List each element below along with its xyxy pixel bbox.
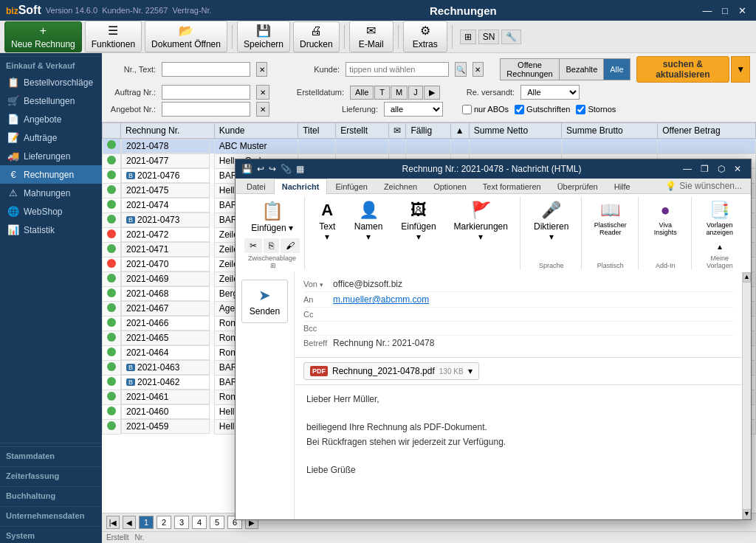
angebot-nr-clear-button[interactable]: ✕ [256, 102, 269, 117]
search-update-button[interactable]: suchen & aktualisieren [636, 56, 730, 83]
search-expand-button[interactable]: ▼ [731, 56, 750, 83]
page-4-button[interactable]: 4 [192, 516, 207, 529]
einfuegen-media-button[interactable]: 🖼 Einfügen ▾ [394, 197, 444, 246]
date-next-button[interactable]: ▶ [424, 86, 440, 100]
col-netto[interactable]: Summe Netto [469, 123, 561, 139]
ribbon-tab-optionen[interactable]: Optionen [425, 179, 475, 194]
diktieren-button[interactable]: 🎤 Diktieren ▾ [526, 197, 577, 246]
extra-btn1[interactable]: 🔧 [501, 30, 521, 44]
email-body-text[interactable]: Lieber Herr Müller, beiliegend Ihre Rech… [295, 385, 742, 519]
nr-text-input[interactable] [162, 62, 250, 77]
ribbon-tab-ueberpruefen[interactable]: Überprüfen [549, 179, 606, 194]
alle-button[interactable]: Alle [603, 58, 630, 80]
date-t-button[interactable]: T [374, 86, 390, 100]
page-1-button[interactable]: 1 [139, 516, 154, 529]
col-mail[interactable]: ✉ [389, 123, 406, 139]
col-erstellt[interactable]: Erstellt [336, 123, 389, 139]
plastischer-reader-button[interactable]: 📖 PlastischerReader [589, 197, 632, 240]
prev-page-button[interactable]: ◀ [123, 516, 136, 529]
ribbon-tab-hilfe[interactable]: Hilfe [606, 179, 639, 194]
sidebar-item-statistik[interactable]: 📊 Statistik [0, 221, 102, 239]
scroll-up-button[interactable]: ▲ [743, 272, 751, 283]
nur-abos-checkbox[interactable]: nur ABOs [462, 105, 509, 114]
col-titel[interactable]: Titel [298, 123, 336, 139]
vorlagen-anzeigen-button[interactable]: 📑 Vorlagenanzeigen [701, 197, 739, 240]
sn-button[interactable]: SN [478, 30, 500, 44]
minimize-button[interactable]: — [700, 5, 715, 16]
page-2-button[interactable]: 2 [157, 516, 171, 529]
email-close-button[interactable]: ✕ [730, 162, 745, 176]
lieferung-select[interactable]: alle [384, 102, 443, 117]
funktionen-button[interactable]: ☰ Funktionen [85, 21, 142, 52]
text-button[interactable]: A Text ▾ [311, 197, 343, 246]
format-painter-button[interactable]: 🖌 [281, 238, 300, 253]
kunde-search-button[interactable]: 🔍 [455, 62, 466, 77]
table-row[interactable]: 2021-0478 ABC Muster [103, 139, 756, 154]
sidebar-item-auftraege[interactable]: 📝 Aufträge [0, 128, 102, 147]
markierungen-button[interactable]: 🚩 Markierungen ▾ [447, 197, 515, 246]
date-m-button[interactable]: M [391, 86, 408, 100]
first-page-button[interactable]: |◀ [106, 516, 120, 529]
sidebar-item-mahnungen[interactable]: ⚠ Mahnungen [0, 184, 102, 202]
email-minimize-button[interactable]: — [679, 162, 695, 176]
sidebar-item-bestellungen[interactable]: 🛒 Bestellungen [0, 91, 102, 110]
date-j-button[interactable]: J [408, 86, 423, 100]
maximize-button[interactable]: □ [718, 5, 732, 16]
drucken-button[interactable]: 🖨 Drucken [293, 21, 340, 52]
angebot-nr-input[interactable] [162, 102, 250, 117]
sidebar-item-bestellvorschlaege[interactable]: 📋 Bestellvorschläge [0, 73, 102, 91]
sidebar-item-lieferungen[interactable]: 🚚 Lieferungen [0, 147, 102, 165]
page-5-button[interactable]: 5 [210, 516, 224, 529]
einfuegen-big-button[interactable]: 📋 Einfügen ▾ [246, 197, 298, 237]
ribbon-tab-einfuegen[interactable]: Einfügen [327, 179, 375, 194]
sidebar-section-system[interactable]: System [0, 526, 102, 543]
gutschriften-checkbox[interactable]: Gutschriften [515, 105, 570, 114]
ribbon-tab-text-formatieren[interactable]: Text formatieren [475, 179, 549, 194]
auftrag-nr-input[interactable] [162, 85, 250, 100]
sidebar-section-zeiterfassung[interactable]: Zeiterfassung [0, 466, 102, 483]
vorlagen-collapse-button[interactable]: ▲ [716, 243, 724, 251]
neue-rechnung-button[interactable]: + Neue Rechnung [4, 21, 82, 52]
col-kunde[interactable]: Kunde [214, 123, 298, 139]
email-restore-button[interactable]: ❐ [697, 162, 712, 176]
col-offen[interactable]: Offener Betrag [658, 123, 756, 139]
email-button[interactable]: ✉ E-Mail [349, 21, 394, 52]
col-brutto[interactable]: Summe Brutto [562, 123, 658, 139]
email-popout-button[interactable]: ⬡ [714, 162, 729, 176]
kunde-input[interactable] [346, 62, 449, 77]
namen-button[interactable]: 👤 Namen ▾ [346, 197, 391, 246]
copy-button[interactable]: ⎘ [264, 238, 279, 253]
sidebar-section-unternehmensdaten[interactable]: Unternehmensdaten [0, 506, 102, 523]
sidebar-item-webshop[interactable]: 🌐 WebShop [0, 202, 102, 221]
close-button[interactable]: ✕ [735, 5, 750, 16]
sidebar-section-buchhaltung[interactable]: Buchhaltung [0, 486, 102, 503]
col-sort[interactable]: ▲ [450, 123, 469, 139]
speichern-button[interactable]: 💾 Speichern [237, 21, 290, 52]
sidebar-item-rechnungen[interactable]: € Rechnungen [0, 165, 102, 184]
col-rechnung-nr[interactable]: Rechnung Nr. [121, 123, 215, 139]
re-versandt-select[interactable]: Alle [520, 85, 580, 100]
extras-button[interactable]: ⚙ Extras [403, 21, 447, 52]
attachment-item[interactable]: PDF Rechnung_2021-0478.pdf 130 KB ▾ [303, 362, 479, 380]
offene-rechnungen-button[interactable]: Offene Rechnungen [500, 58, 560, 80]
kunde-clear-button[interactable]: ✕ [472, 62, 484, 77]
bezahlte-button[interactable]: Bezahlte [559, 58, 604, 80]
nr-text-clear-button[interactable]: ✕ [256, 62, 267, 77]
ribbon-tab-nachricht[interactable]: Nachricht [274, 179, 328, 194]
page-3-button[interactable]: 3 [174, 516, 189, 529]
send-button[interactable]: ➤ Senden [241, 280, 288, 323]
ribbon-tab-zeichnen[interactable]: Zeichnen [376, 179, 425, 194]
sidebar-item-angebote[interactable]: 📄 Angebote [0, 110, 102, 128]
sidebar-section-stammdaten[interactable]: Stammdaten [0, 446, 102, 463]
to-value[interactable]: m.mueller@abcmm.com [333, 294, 733, 305]
ribbon-tab-datei[interactable]: Datei [238, 179, 274, 194]
auftrag-nr-clear-button[interactable]: ✕ [256, 85, 269, 100]
cut-button[interactable]: ✂ [244, 238, 262, 253]
dokument-oeffnen-button[interactable]: 📂 Dokument Öffnen [145, 21, 227, 52]
col-faellig[interactable]: Fällig [406, 123, 450, 139]
stornos-checkbox[interactable]: Stornos [576, 105, 616, 114]
grid-icon-button[interactable]: ⊞ [460, 30, 476, 44]
scroll-down-button[interactable]: ▼ [743, 509, 751, 519]
viva-insights-button[interactable]: ● VivaInsights [649, 197, 682, 240]
date-all-button[interactable]: Alle [350, 86, 374, 100]
